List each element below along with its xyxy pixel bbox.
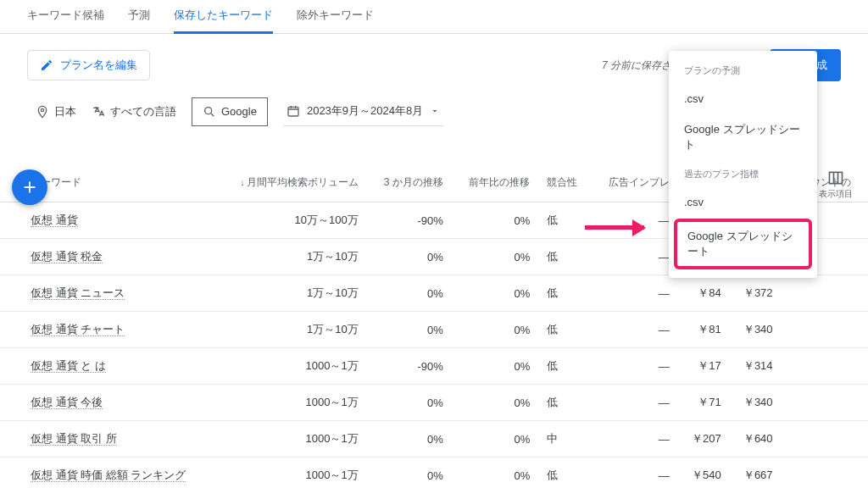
chevron-down-icon	[430, 106, 440, 116]
date-label: 2023年9月～2024年8月	[307, 103, 423, 119]
dropdown-csv-forecast[interactable]: .csv	[669, 84, 817, 114]
col-trend-3m[interactable]: 3 か月の推移	[367, 164, 452, 202]
bid2-cell: ￥667	[730, 458, 782, 489]
table-row[interactable]: 仮想 通貨 取引 所 1000～1万 0% 0% 中 — ￥207 ￥640	[0, 421, 868, 458]
bid1-cell: ￥81	[678, 312, 730, 348]
dropdown-csv-historical[interactable]: .csv	[669, 187, 817, 217]
table-row[interactable]: 仮想 通貨 時価 総額 ランキング 1000～1万 0% 0% 低 — ￥540…	[0, 458, 868, 489]
bid2-cell: ￥372	[730, 275, 782, 312]
trend3m-cell: 0%	[367, 239, 452, 275]
tab-saved-keywords[interactable]: 保存したキーワード	[174, 0, 273, 34]
download-dropdown: プランの予測 .csv Google スプレッドシート 過去のプラン指標 .cs…	[669, 51, 817, 278]
col-volume[interactable]: ↓月間平均検索ボリューム	[216, 164, 366, 202]
pencil-icon	[40, 58, 53, 72]
bid1-cell: ￥71	[678, 385, 730, 421]
col-competition[interactable]: 競合性	[538, 164, 591, 202]
trendyoy-cell: 0%	[452, 202, 538, 239]
volume-cell: 10万～100万	[216, 202, 366, 239]
competition-cell: 低	[538, 458, 591, 489]
bid2-cell: ￥340	[730, 385, 782, 421]
trend3m-cell: 0%	[367, 421, 452, 458]
col-impressions[interactable]: 広告インプレ	[592, 164, 678, 202]
dropdown-sheets-historical[interactable]: Google スプレッドシート	[674, 219, 812, 269]
trendyoy-cell: 0%	[452, 458, 538, 489]
bid2-cell: ￥314	[730, 348, 782, 385]
keyword-cell: 仮想 通貨 時価 総額 ランキング	[31, 469, 186, 482]
tab-keyword-ideas[interactable]: キーワード候補	[27, 0, 104, 34]
trendyoy-cell: 0%	[452, 275, 538, 312]
impressions-cell: —	[592, 421, 678, 458]
trend3m-cell: 0%	[367, 458, 452, 489]
svg-point-1	[205, 107, 212, 114]
impressions-cell: —	[592, 312, 678, 348]
svg-rect-3	[830, 172, 843, 183]
volume-cell: 1000～1万	[216, 458, 366, 489]
sort-down-icon: ↓	[240, 177, 245, 187]
table-row[interactable]: 仮想 通貨 チャート 1万～10万 0% 0% 低 — ￥81 ￥340	[0, 312, 868, 348]
dropdown-header-forecast: プランの予測	[669, 58, 817, 84]
competition-cell: 低	[538, 239, 591, 275]
plus-icon	[20, 178, 39, 197]
keyword-cell: 仮想 通貨	[31, 214, 78, 227]
table-row[interactable]: 仮想 通貨 と は 1000～1万 -90% 0% 低 — ￥17 ￥314	[0, 348, 868, 385]
tab-negative-keywords[interactable]: 除外キーワード	[297, 0, 374, 34]
edit-plan-name-button[interactable]: プラン名を編集	[27, 50, 150, 80]
impressions-cell: —	[592, 239, 678, 275]
location-label: 日本	[54, 104, 76, 119]
columns-icon	[827, 169, 844, 186]
language-filter[interactable]: すべての言語	[92, 104, 176, 119]
volume-cell: 1000～1万	[216, 348, 366, 385]
keyword-cell: 仮想 通貨 ニュース	[31, 286, 125, 300]
calendar-icon	[287, 104, 300, 118]
impressions-cell: —	[592, 348, 678, 385]
competition-cell: 低	[538, 275, 591, 312]
table-row[interactable]: 仮想 通貨 ニュース 1万～10万 0% 0% 低 — ￥84 ￥372	[0, 275, 868, 312]
account-cell	[782, 312, 868, 348]
trend3m-cell: 0%	[367, 275, 452, 312]
account-cell	[782, 348, 868, 385]
location-filter[interactable]: 日本	[36, 104, 76, 119]
keyword-cell: 仮想 通貨 税金	[31, 250, 103, 263]
trendyoy-cell: 0%	[452, 239, 538, 275]
add-keyword-fab[interactable]	[12, 169, 47, 205]
columns-label: 表示項目	[819, 188, 853, 200]
trendyoy-cell: 0%	[452, 312, 538, 348]
competition-cell: 低	[538, 202, 591, 239]
bid2-cell: ￥340	[730, 312, 782, 348]
language-icon	[92, 105, 105, 119]
trend3m-cell: 0%	[367, 312, 452, 348]
svg-rect-2	[288, 107, 298, 116]
volume-cell: 1万～10万	[216, 239, 366, 275]
keyword-cell: 仮想 通貨 と は	[31, 359, 106, 373]
edit-plan-label: プラン名を編集	[60, 58, 137, 73]
language-label: すべての言語	[110, 104, 176, 119]
keyword-cell: 仮想 通貨 今後	[31, 396, 103, 409]
competition-cell: 中	[538, 421, 591, 458]
volume-cell: 1000～1万	[216, 385, 366, 421]
trendyoy-cell: 0%	[452, 421, 538, 458]
bid2-cell: ￥640	[730, 421, 782, 458]
columns-button[interactable]: 表示項目	[819, 169, 853, 200]
account-cell	[782, 275, 868, 312]
trend3m-cell: -90%	[367, 348, 452, 385]
col-trend-yoy[interactable]: 前年比の推移	[452, 164, 538, 202]
volume-cell: 1万～10万	[216, 312, 366, 348]
dropdown-header-historical: 過去のプラン指標	[669, 161, 817, 187]
table-row[interactable]: 仮想 通貨 今後 1000～1万 0% 0% 低 — ￥71 ￥340	[0, 385, 868, 421]
impressions-cell: —	[592, 458, 678, 489]
bid1-cell: ￥207	[678, 421, 730, 458]
trendyoy-cell: 0%	[452, 348, 538, 385]
competition-cell: 低	[538, 312, 591, 348]
search-network-filter[interactable]: Google	[192, 97, 268, 126]
trend3m-cell: 0%	[367, 385, 452, 421]
dropdown-sheets-forecast[interactable]: Google スプレッドシート	[669, 114, 817, 161]
account-cell	[782, 421, 868, 458]
competition-cell: 低	[538, 385, 591, 421]
keyword-cell: 仮想 通貨 チャート	[31, 323, 125, 336]
bid1-cell: ￥540	[678, 458, 730, 489]
date-range-filter[interactable]: 2023年9月～2024年8月	[283, 97, 443, 126]
tab-forecast[interactable]: 予測	[128, 0, 150, 34]
competition-cell: 低	[538, 348, 591, 385]
keyword-cell: 仮想 通貨 取引 所	[31, 432, 117, 446]
svg-point-0	[41, 108, 43, 111]
